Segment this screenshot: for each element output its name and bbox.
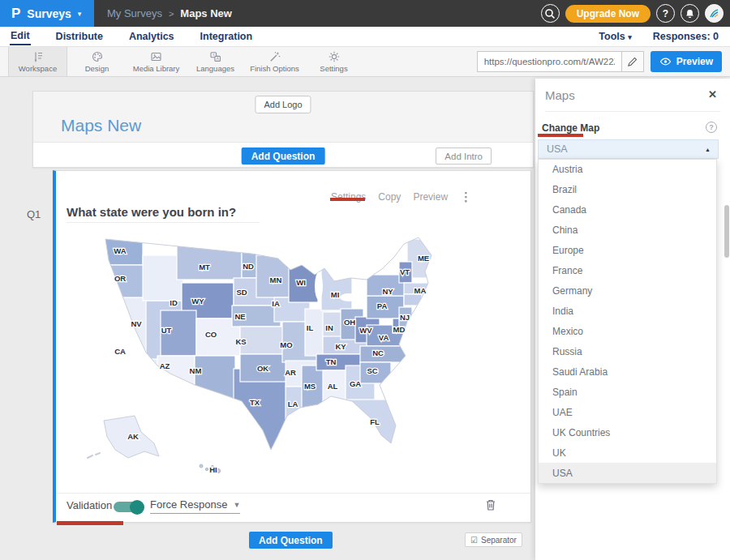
state-label-FL: FL [370, 417, 380, 426]
edit-url-button[interactable] [621, 51, 644, 72]
state-MI[interactable] [321, 268, 352, 310]
close-icon[interactable]: ✕ [708, 88, 717, 100]
map-option-china[interactable]: China [539, 220, 716, 241]
validation-toggle[interactable] [114, 502, 143, 512]
state-label-UT: UT [161, 326, 172, 335]
state-MT[interactable] [177, 242, 242, 280]
survey-url-input[interactable] [477, 51, 621, 72]
tab-integration[interactable]: Integration [200, 28, 254, 45]
preview-button[interactable]: Preview [651, 51, 722, 72]
nav-right: Tools ▾ Responses: 0 [599, 27, 719, 46]
map-option-uk-countries[interactable]: UK Countries [539, 422, 716, 442]
state-label-KS: KS [235, 337, 246, 346]
state-label-MS: MS [304, 382, 316, 391]
toolbar-items: WorkspaceDesignMedia LibraryxALanguagesF… [8, 47, 363, 76]
maps-settings-panel: Maps ✕ Change Map ? USA ▲ AustriaBrazilC… [535, 79, 730, 560]
toolbar-item-finish-options[interactable]: Finish Options [245, 47, 304, 76]
lake-erie [340, 293, 358, 301]
add-logo-button[interactable]: Add Logo [255, 96, 311, 113]
top-header: P Surveys ▾ My Surveys > Maps New Upgrad… [0, 0, 730, 27]
state-label-WV: WV [359, 326, 372, 335]
question-text[interactable]: What state were you born in? [67, 205, 236, 219]
state-label-NE: NE [234, 312, 245, 321]
kebab-menu-icon[interactable]: ⋮ [460, 193, 472, 201]
toolbar-item-media-library[interactable]: Media Library [127, 47, 186, 76]
map-option-uk[interactable]: UK [539, 442, 716, 463]
help-button[interactable]: ? [656, 4, 675, 23]
toolbar-item-label: Workspace [19, 64, 57, 73]
notifications-button[interactable] [681, 4, 699, 23]
state-label-MA: MA [414, 286, 427, 295]
checkbox-checked-icon: ☑ [470, 536, 478, 545]
map-select[interactable]: USA ▲ [538, 139, 719, 159]
survey-url-group: Preview [477, 51, 722, 72]
state-label-MD: MD [393, 325, 406, 334]
state-label-ID: ID [170, 298, 178, 307]
map-option-mexico[interactable]: Mexico [539, 322, 716, 342]
questionpro-survey-editor: { "colors": { "accent_blue": "#1b87e6", … [0, 0, 730, 560]
map-option-brazil[interactable]: Brazil [539, 180, 716, 200]
map-option-austria[interactable]: Austria [539, 160, 716, 180]
separator-toggle[interactable]: ☑ Separator [465, 532, 522, 547]
tab-edit[interactable]: Edit [10, 28, 31, 45]
toolbar-item-label: Media Library [133, 64, 180, 73]
toolbar-item-design[interactable]: Design [67, 47, 127, 76]
state-label-SC: SC [367, 366, 377, 375]
map-option-spain[interactable]: Spain [539, 382, 716, 402]
lake-michigan [315, 272, 323, 300]
dropdown-scrollbar[interactable] [724, 205, 729, 258]
question-action-copy[interactable]: Copy [378, 191, 401, 203]
annotation-underline-change-map [538, 134, 583, 137]
question-action-preview[interactable]: Preview [413, 191, 448, 203]
panel-title: Maps [545, 88, 575, 102]
product-switcher[interactable]: P Surveys ▾ [0, 0, 94, 27]
state-KS[interactable] [240, 327, 286, 354]
map-option-canada[interactable]: Canada [539, 200, 716, 220]
force-response-dropdown[interactable]: Force Response ▼ [150, 498, 240, 514]
tab-distribute[interactable]: Distribute [55, 28, 104, 45]
survey-title[interactable]: Maps New [61, 116, 141, 135]
search-button[interactable] [541, 4, 560, 23]
delete-question-button[interactable] [485, 498, 496, 515]
pencil-icon [627, 57, 638, 67]
languages-icon: xA [208, 50, 222, 63]
annotation-underline-validation [57, 521, 123, 525]
toolbar-item-workspace[interactable]: Workspace [8, 47, 67, 76]
upgrade-now-button[interactable]: Upgrade Now [565, 5, 651, 23]
map-option-europe[interactable]: Europe [539, 241, 716, 261]
breadcrumb-my-surveys[interactable]: My Surveys [107, 7, 162, 19]
map-option-russia[interactable]: Russia [539, 341, 716, 361]
tab-analytics[interactable]: Analytics [128, 28, 175, 45]
chevron-down-icon: ▾ [628, 33, 632, 41]
state-label-TN: TN [326, 357, 337, 366]
map-option-germany[interactable]: Germany [539, 281, 716, 301]
aleutian-islands [88, 453, 100, 458]
state-unlabeled[interactable] [404, 294, 422, 306]
state-label-AR: AR [285, 368, 296, 377]
map-option-france[interactable]: France [539, 261, 716, 281]
map-option-usa[interactable]: USA [539, 463, 716, 483]
state-label-AL: AL [328, 382, 338, 391]
workspace-icon [31, 50, 45, 63]
state-label-WY: WY [191, 297, 204, 306]
state-label-MI: MI [331, 290, 340, 299]
tools-menu[interactable]: Tools ▾ [599, 31, 631, 42]
state-label-NC: NC [372, 348, 384, 357]
settings-icon [328, 50, 341, 63]
map-option-india[interactable]: India [539, 301, 716, 322]
toolbar-item-languages[interactable]: xALanguages [186, 47, 245, 76]
state-label-OK: OK [257, 364, 268, 373]
map-option-uae[interactable]: UAE [539, 402, 716, 422]
add-question-button-bottom[interactable]: Add Question [249, 532, 333, 549]
map-option-saudi-arabia[interactable]: Saudi Arabia [539, 361, 716, 382]
state-NM[interactable] [195, 356, 235, 401]
map-options-dropdown: AustriaBrazilCanadaChinaEuropeFranceGerm… [538, 159, 717, 484]
state-label-CA: CA [114, 347, 126, 356]
survey-nav-tabs: EditDistributeAnalyticsIntegration [10, 27, 253, 46]
add-question-button-top[interactable]: Add Question [242, 147, 325, 165]
state-label-VA: VA [379, 333, 389, 342]
help-circle-icon[interactable]: ? [706, 122, 717, 133]
add-intro-button[interactable]: Add Intro [436, 147, 492, 165]
account-avatar[interactable] [705, 4, 724, 23]
toolbar-item-settings[interactable]: Settings [304, 47, 363, 76]
